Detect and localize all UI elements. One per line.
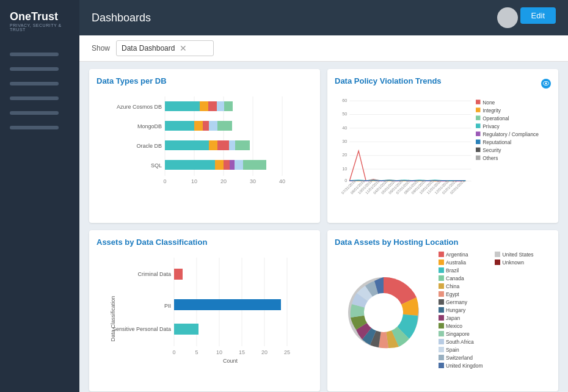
sidebar-item-1[interactable] bbox=[10, 53, 59, 56]
svg-point-104 bbox=[364, 293, 403, 332]
violation-trends-title: Data Policy Violation Trends bbox=[335, 76, 442, 85]
svg-text:10: 10 bbox=[191, 178, 197, 184]
legend-item-germany: Germany bbox=[439, 299, 482, 305]
svg-rect-22 bbox=[229, 140, 235, 150]
svg-text:MongoDB: MongoDB bbox=[137, 123, 162, 129]
svg-text:20: 20 bbox=[220, 178, 227, 184]
donut-chart bbox=[335, 263, 432, 357]
legend-brazil-label: Brazil bbox=[446, 267, 459, 274]
data-types-chart: Azure Cosmos DB MongoDB Oracle DB SQL bbox=[96, 90, 313, 191]
legend-switzerland-label: Switzerland bbox=[446, 355, 473, 361]
svg-rect-70 bbox=[476, 115, 480, 120]
legend-item-switzerland: Switzerland bbox=[439, 355, 482, 361]
legend-item-japan: Japan bbox=[439, 315, 482, 321]
svg-text:10: 10 bbox=[342, 166, 347, 172]
legend-item-spain: Spain bbox=[439, 347, 482, 353]
svg-rect-29 bbox=[243, 160, 266, 170]
legend-item-egypt: Egypt bbox=[439, 291, 482, 297]
svg-rect-24 bbox=[165, 160, 215, 170]
svg-rect-66 bbox=[476, 100, 480, 104]
svg-text:PII: PII bbox=[164, 303, 171, 309]
logo-text: OneTrust bbox=[10, 11, 70, 22]
eye-icon[interactable] bbox=[541, 79, 551, 89]
sidebar-item-2[interactable] bbox=[10, 67, 59, 71]
svg-rect-12 bbox=[217, 101, 224, 111]
svg-text:Others: Others bbox=[482, 155, 498, 161]
svg-rect-19 bbox=[165, 140, 209, 150]
logo-tagline: PRIVACY, SECURITY & TRUST bbox=[10, 23, 70, 32]
svg-rect-17 bbox=[209, 121, 217, 131]
sidebar-item-4[interactable] bbox=[10, 96, 59, 100]
assets-classification-title: Assets by Data Classification bbox=[96, 238, 313, 247]
svg-rect-21 bbox=[217, 140, 229, 150]
legend-item-us: United States bbox=[495, 252, 533, 258]
svg-text:0: 0 bbox=[172, 349, 175, 355]
svg-text:40: 40 bbox=[342, 125, 347, 131]
svg-rect-14 bbox=[165, 121, 194, 131]
svg-text:Oracle DB: Oracle DB bbox=[136, 143, 162, 149]
sidebar-item-5[interactable] bbox=[10, 111, 59, 115]
hosting-location-card: Data Assets by Hosting Location bbox=[327, 230, 558, 392]
header: Dashboards Edit bbox=[79, 0, 568, 35]
svg-rect-25 bbox=[215, 160, 224, 170]
svg-text:Criminal Data: Criminal Data bbox=[137, 271, 171, 277]
legend-item-china: China bbox=[439, 283, 482, 289]
legend-item-argentina: Argentina bbox=[439, 252, 482, 258]
edit-button[interactable]: Edit bbox=[520, 7, 556, 24]
assets-classification-chart: Data Classification Criminal Data PII Se… bbox=[96, 252, 313, 365]
donut-legend: Argentina Australia Brazil Canada bbox=[439, 252, 534, 369]
legend-item-canada: Canada bbox=[439, 275, 482, 281]
sidebar-item-3[interactable] bbox=[10, 82, 59, 85]
svg-text:0: 0 bbox=[163, 178, 166, 184]
hosting-location-title: Data Assets by Hosting Location bbox=[335, 238, 551, 247]
svg-text:20: 20 bbox=[261, 349, 268, 355]
svg-rect-10 bbox=[200, 101, 208, 111]
avatar bbox=[497, 7, 518, 28]
svg-rect-26 bbox=[224, 160, 230, 170]
filter-input[interactable]: Data Dashboard ✕ bbox=[116, 40, 214, 56]
svg-rect-72 bbox=[476, 123, 480, 128]
sidebar: OneTrust PRIVACY, SECURITY & TRUST bbox=[0, 0, 79, 392]
legend-germany-label: Germany bbox=[446, 299, 467, 305]
sidebar-item-6[interactable] bbox=[10, 126, 59, 129]
legend-item-south-africa: South Africa bbox=[439, 339, 482, 345]
svg-rect-94 bbox=[174, 324, 198, 335]
filter-clear-button[interactable]: ✕ bbox=[180, 43, 187, 53]
legend-canada-label: Canada bbox=[446, 275, 464, 281]
svg-text:Integrity: Integrity bbox=[482, 107, 501, 114]
legend-hungary-label: Hungary bbox=[446, 307, 465, 313]
svg-text:Sensitive Personal Data: Sensitive Personal Data bbox=[112, 326, 171, 332]
legend-singapore-label: Singapore bbox=[446, 331, 470, 337]
svg-text:25: 25 bbox=[284, 349, 290, 355]
svg-rect-23 bbox=[235, 140, 250, 150]
svg-rect-9 bbox=[165, 101, 200, 111]
svg-text:10: 10 bbox=[216, 349, 222, 355]
svg-text:20: 20 bbox=[342, 152, 347, 158]
main-content: Dashboards Edit Show Data Dashboard ✕ Da… bbox=[79, 0, 568, 392]
svg-point-36 bbox=[545, 82, 547, 84]
show-label: Show bbox=[92, 44, 110, 53]
svg-text:60: 60 bbox=[342, 98, 347, 103]
legend-south-africa-label: South Africa bbox=[446, 339, 474, 345]
svg-rect-28 bbox=[235, 160, 243, 170]
svg-text:15: 15 bbox=[239, 349, 245, 355]
svg-rect-20 bbox=[209, 140, 217, 150]
svg-rect-16 bbox=[203, 121, 209, 131]
sidebar-nav bbox=[0, 53, 79, 129]
svg-rect-68 bbox=[476, 107, 480, 112]
svg-text:Reputational: Reputational bbox=[482, 139, 511, 145]
legend-egypt-label: Egypt bbox=[446, 291, 459, 297]
svg-text:Operational: Operational bbox=[482, 115, 509, 122]
legend-item-uk: United Kingdom bbox=[439, 363, 482, 369]
legend-item-singapore: Singapore bbox=[439, 331, 482, 337]
filter-row: Show Data Dashboard ✕ bbox=[79, 35, 568, 62]
svg-text:Azure Cosmos DB: Azure Cosmos DB bbox=[117, 104, 162, 110]
assets-classification-card: Assets by Data Classification Data Class… bbox=[89, 230, 320, 392]
svg-text:None: None bbox=[482, 100, 495, 106]
svg-rect-80 bbox=[476, 156, 480, 160]
svg-rect-74 bbox=[476, 131, 480, 136]
legend-item-brazil: Brazil bbox=[439, 267, 482, 274]
svg-text:Security: Security bbox=[482, 147, 501, 153]
svg-text:Data Classification: Data Classification bbox=[110, 296, 116, 341]
legend-mexico-label: Mexico bbox=[446, 323, 462, 329]
